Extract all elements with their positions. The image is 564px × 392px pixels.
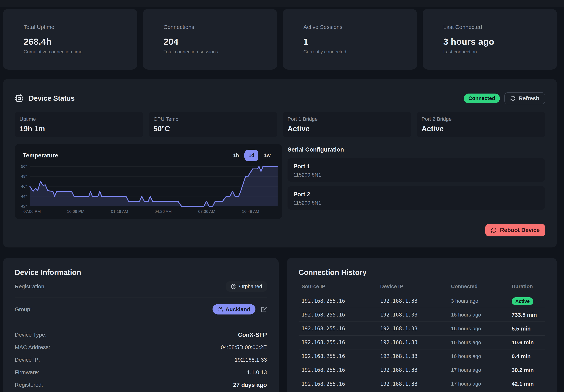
refresh-icon xyxy=(510,95,516,101)
port-config: 115200,8N1 xyxy=(294,200,539,206)
connection-history-row: 192.168.255.16 192.168.1.33 16 hours ago… xyxy=(299,322,545,336)
svg-text:10:48 AM: 10:48 AM xyxy=(242,209,259,214)
cpu-icon xyxy=(15,94,24,103)
svg-text:46°: 46° xyxy=(21,184,27,188)
duration-cell: 5.5 min xyxy=(509,322,545,336)
edit-group-button[interactable] xyxy=(261,306,267,312)
device-ip-cell: 192.168.1.33 xyxy=(377,349,448,363)
stat-value: 204 xyxy=(164,37,256,47)
connection-history-title: Connection History xyxy=(299,268,545,277)
range-option[interactable]: 1w xyxy=(260,150,275,161)
source-ip-cell: 192.168.255.16 xyxy=(299,349,377,363)
serial-port-card: Port 1 115200,8N1 xyxy=(288,158,545,182)
divider xyxy=(15,321,267,321)
stat-value: 3 hours ago xyxy=(443,37,536,47)
metric-card: Port 2 Bridge Active xyxy=(417,112,545,137)
device-ip-cell: 192.168.1.33 xyxy=(377,377,448,391)
connection-history-row: 192.168.255.16 192.168.1.33 17 hours ago… xyxy=(299,363,545,377)
source-ip-cell: 192.168.255.16 xyxy=(299,294,377,308)
source-ip-cell: 192.168.255.16 xyxy=(299,377,377,391)
info-field-label: MAC Address: xyxy=(15,344,50,351)
source-ip-cell: 192.168.255.16 xyxy=(299,363,377,377)
stat-card: Last Connected 3 hours ago Last connecti… xyxy=(423,9,557,70)
info-field-value: ConX-SFP xyxy=(238,331,267,338)
svg-text:10:06 PM: 10:06 PM xyxy=(67,209,85,214)
metric-value: 50°C xyxy=(154,124,272,133)
stat-value: 268.4h xyxy=(24,37,117,47)
duration-cell: 42.1 min xyxy=(509,377,545,391)
metric-value: 19h 1m xyxy=(20,124,138,133)
duration-cell: Active xyxy=(509,294,545,308)
connected-cell: 3 hours ago xyxy=(448,294,509,308)
svg-text:42°: 42° xyxy=(21,204,27,208)
svg-text:07:06 PM: 07:06 PM xyxy=(23,209,41,214)
connection-history-row: 192.168.255.16 192.168.1.33 16 hours ago… xyxy=(299,349,545,363)
device-ip-cell: 192.168.1.33 xyxy=(377,308,448,322)
port-name: Port 1 xyxy=(294,162,539,170)
range-option[interactable]: 1d xyxy=(244,150,258,161)
metric-label: Port 2 Bridge xyxy=(422,116,540,122)
connection-history-row: 192.168.255.16 192.168.1.33 17 hours ago… xyxy=(299,377,545,391)
metric-value: Active xyxy=(288,124,406,133)
source-ip-cell: 192.168.255.16 xyxy=(299,308,377,322)
connection-history-table: Source IP Device IP Connected Duration 1… xyxy=(299,281,545,391)
device-information-title: Device Information xyxy=(15,268,267,277)
info-field-value: 27 days ago xyxy=(233,381,267,388)
port-name: Port 2 xyxy=(294,190,539,198)
device-status-section: Device Status Connected Refresh Uptime 1… xyxy=(3,79,557,247)
group-row: Group: Auckland xyxy=(15,304,267,314)
svg-text:48°: 48° xyxy=(21,174,27,178)
range-option[interactable]: 1h xyxy=(229,150,243,161)
device-ip-cell: 192.168.1.33 xyxy=(377,336,448,349)
info-field-value: 1.1.0.13 xyxy=(247,369,267,376)
stat-sublabel: Cumulative connection time xyxy=(24,49,117,55)
source-ip-cell: 192.168.255.16 xyxy=(299,336,377,349)
device-ip-cell: 192.168.1.33 xyxy=(377,322,448,336)
connection-history-row: 192.168.255.16 192.168.1.33 16 hours ago… xyxy=(299,308,545,322)
connected-cell: 17 hours ago xyxy=(448,363,509,377)
metric-label: Uptime xyxy=(20,116,138,122)
help-circle-icon xyxy=(231,284,237,289)
device-information-panel: Device Information Registration: Orphane… xyxy=(3,258,279,392)
info-field-row: Firmware: 1.1.0.13 xyxy=(15,366,267,378)
stat-label: Active Sessions xyxy=(303,24,396,31)
port-config: 115200,8N1 xyxy=(294,172,539,178)
metric-value: Active xyxy=(422,124,540,133)
connected-cell: 16 hours ago xyxy=(448,349,509,363)
chart-range-toggle: 1h 1d 1w xyxy=(229,150,275,161)
connection-history-panel: Connection History Source IP Device IP C… xyxy=(287,258,557,392)
divider xyxy=(15,297,267,298)
stat-card: Total Uptime 268.4h Cumulative connectio… xyxy=(3,9,137,70)
stat-label: Total Uptime xyxy=(24,24,117,31)
device-status-title: Device Status xyxy=(15,94,75,103)
metric-label: Port 1 Bridge xyxy=(288,116,406,122)
device-ip-cell: 192.168.1.33 xyxy=(377,363,448,377)
info-field-row: Device Type: ConX-SFP xyxy=(15,328,267,341)
connected-badge: Connected xyxy=(464,94,500,103)
stat-card: Active Sessions 1 Currently connected xyxy=(283,9,417,70)
stat-sublabel: Last connection xyxy=(443,49,536,55)
info-field-value: 192.168.1.33 xyxy=(235,356,267,363)
info-field-row: Device IP: 192.168.1.33 xyxy=(15,353,267,366)
svg-text:44°: 44° xyxy=(21,194,27,198)
device-ip-cell: 192.168.1.33 xyxy=(377,294,448,308)
temperature-chart-panel: Temperature 1h 1d 1w 50°48°46°44°42°07:0… xyxy=(15,144,282,219)
svg-text:04:26 AM: 04:26 AM xyxy=(155,209,172,214)
duration-cell: 733.5 min xyxy=(509,308,545,322)
refresh-button[interactable]: Refresh xyxy=(504,92,545,104)
chart-title: Temperature xyxy=(23,152,58,159)
info-field-value: 04:58:5D:00:00:2E xyxy=(221,344,267,351)
stat-value: 1 xyxy=(303,37,396,47)
reboot-device-button[interactable]: Reboot Device xyxy=(485,224,545,236)
top-strip xyxy=(0,0,564,7)
stat-label: Connections xyxy=(164,24,256,31)
reboot-icon xyxy=(491,227,497,233)
stat-sublabel: Total connection sessions xyxy=(164,49,256,55)
info-field-row: MAC Address: 04:58:5D:00:00:2E xyxy=(15,341,267,353)
edit-icon xyxy=(261,306,267,312)
column-header-device-ip: Device IP xyxy=(377,281,448,294)
group-badge[interactable]: Auckland xyxy=(212,304,255,314)
connected-cell: 16 hours ago xyxy=(448,336,509,349)
serial-config-title: Serial Configuration xyxy=(288,146,545,153)
svg-text:50°: 50° xyxy=(21,164,27,168)
